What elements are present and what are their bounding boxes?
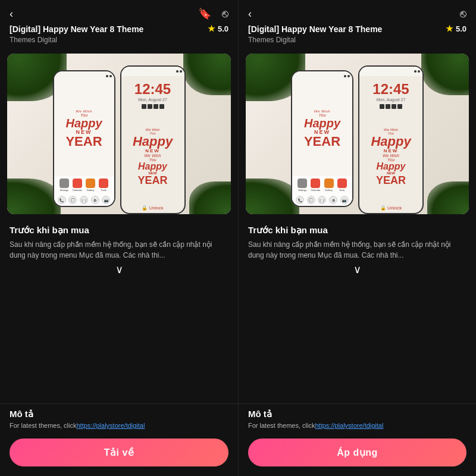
r-lock-dot-2	[418, 70, 420, 73]
action-button-left[interactable]: Tải về	[10, 439, 228, 466]
lock-date-left: Mon, August 27	[138, 98, 167, 102]
lock-date-right: Mon, August 27	[377, 98, 406, 102]
tools-icon	[99, 178, 108, 188]
r-msg-icon: 💬	[307, 196, 315, 204]
top-bar-icons-right: ⎋	[460, 8, 466, 19]
r-tools-app: Tools	[337, 178, 347, 192]
panel-left: ‹ 🔖 ⎋ [Digital] Happy New Year 8 Theme ★…	[0, 0, 238, 476]
lock-year: YEAR	[137, 175, 167, 186]
top-bar-left: ‹ 🔖 ⎋	[0, 0, 238, 24]
mo-ta-link-left[interactable]: https://plalystore/tdigital	[76, 422, 145, 429]
r-lock-dot-1	[414, 70, 416, 73]
status-bar-lock-left	[121, 67, 184, 76]
r-camera-icon: 📷	[340, 196, 349, 204]
lock-icons-row-left	[142, 104, 164, 109]
preview-area-right: We Wish You Happy NEW YEAR Settings	[246, 54, 469, 214]
expand-button-right[interactable]: ∨	[248, 261, 466, 278]
title-row-left: [Digital] Happy New Year 8 Theme ★ 5.0	[0, 24, 238, 36]
r-lock-new: NEW	[384, 148, 399, 154]
r-lock-icon-1	[380, 104, 384, 109]
calendar-icon	[73, 178, 82, 188]
lock-icon-2	[148, 104, 152, 109]
action-btn-container-left: Tải về	[0, 431, 238, 476]
lock-ny-area-right: We Wish You Happy NEW We Wish You Happy …	[371, 110, 411, 203]
star-icon-right: ★	[446, 24, 453, 33]
preview-bg-left: We Wish You Happy NEW YEAR Settings	[7, 54, 231, 214]
bottom-bar-home-right: 📞 💬 ⋮⋮ ⚙ 📷	[292, 194, 352, 206]
status-bar-home-right	[292, 71, 352, 81]
before-buy-body-right: Sau khi nâng cấp phần mềm hệ thống, bạn …	[248, 239, 466, 261]
lock-icon-3	[154, 104, 158, 109]
top-bar-right: ‹ ⎋	[239, 0, 476, 24]
share-button-right[interactable]: ⎋	[460, 8, 466, 19]
rating-right: ★ 5.0	[446, 24, 466, 33]
bottom-bar-home-left: 📞 💬 ⋮⋮ ⚙ 📷	[54, 194, 114, 206]
mo-ta-link-right[interactable]: https://plalystore/tdigital	[315, 422, 383, 429]
status-dot-1	[106, 75, 108, 77]
calendar-app: Calendar	[73, 178, 82, 192]
ny-text-area-home-right: We Wish You Happy NEW YEAR	[292, 81, 352, 176]
home-screen-phone-right: We Wish You Happy NEW YEAR Settings	[291, 70, 353, 207]
r-status-dot-1	[344, 75, 346, 77]
expand-button-left[interactable]: ∨	[10, 261, 228, 278]
app-subtitle-right: Themes Digital	[239, 36, 476, 49]
camera-icon: 📷	[102, 196, 110, 204]
tools-label: Tools	[101, 189, 106, 192]
back-button-right[interactable]: ‹	[248, 8, 252, 19]
rating-left: ★ 5.0	[208, 24, 228, 33]
lock-happy-2: Happy	[138, 162, 167, 171]
action-button-right[interactable]: Áp dụng	[248, 439, 466, 466]
r-lock-happy-2: Happy	[377, 162, 406, 171]
happy-text-home-left: Happy	[65, 117, 102, 129]
r-lock-icon-4	[397, 104, 402, 109]
ny-text-area-home-left: We Wish You Happy NEW YEAR	[54, 81, 114, 176]
r-calendar-label: Calendar	[311, 189, 320, 192]
r-phone-icon: 📞	[296, 196, 304, 204]
share-button-left[interactable]: ⎋	[222, 8, 228, 19]
lock-icon-4	[159, 104, 164, 109]
section-content-right: Trước khi bạn mua Sau khi nâng cấp phần …	[239, 219, 476, 403]
title-row-right: [Digital] Happy New Year 8 Theme ★ 5.0	[239, 24, 476, 36]
rating-value-left: 5.0	[218, 24, 228, 33]
lock-we-wish-2: We Wish	[145, 154, 161, 158]
action-btn-container-right: Áp dụng	[239, 431, 476, 476]
r-tools-label: Tools	[339, 189, 345, 192]
settings-label: Settings	[60, 189, 68, 192]
star-icon-left: ★	[208, 24, 215, 33]
before-buy-heading-left: Trước khi bạn mua	[10, 225, 228, 236]
year-text-home-right: YEAR	[304, 135, 340, 148]
r-gallery-label: Gallery	[325, 189, 333, 192]
lock-happy: Happy	[133, 135, 173, 148]
apps-row-home-right: Settings Calendar Gallery	[292, 176, 352, 194]
bookmark-button-left[interactable]: 🔖	[198, 8, 211, 19]
gallery-icon	[86, 178, 95, 188]
year-text-home-left: YEAR	[65, 135, 102, 148]
lock-screen-right: 12:45 Mon, August 27 We Wish You Happy	[359, 67, 422, 213]
back-button-left[interactable]: ‹	[10, 8, 13, 19]
mo-ta-link-row-right: For latest themes, click https://plalyst…	[248, 422, 466, 429]
app-title-left: [Digital] Happy New Year 8 Theme	[10, 24, 203, 35]
msg-icon: 💬	[68, 196, 77, 204]
preview-bg-right: We Wish You Happy NEW YEAR Settings	[246, 54, 469, 214]
mo-ta-section-left: Mô tả For latest themes, click https://p…	[0, 403, 238, 431]
status-dot-2	[109, 75, 112, 77]
lock-screen-left: 12:45 Mon, August 27 We Wish You Happy	[121, 67, 184, 213]
lock-time-right: 12:45	[372, 81, 409, 98]
r-gear-icon: ⚙	[329, 196, 337, 204]
home-screen-left: We Wish You Happy NEW YEAR Settings	[54, 71, 114, 206]
gallery-label: Gallery	[87, 189, 95, 192]
app-title-right: [Digital] Happy New Year 8 Theme	[248, 24, 441, 35]
settings-icon	[60, 178, 69, 188]
r-grid-icon: ⋮⋮	[318, 196, 326, 204]
lock-time-left: 12:45	[134, 81, 171, 98]
mo-ta-section-right: Mô tả For latest themes, click https://p…	[239, 403, 476, 431]
r-lock-year: YEAR	[376, 175, 406, 186]
settings-app: Settings	[60, 178, 69, 192]
phones-container-right: We Wish You Happy NEW YEAR Settings	[246, 54, 469, 214]
mo-ta-prefix-right: For latest themes, click	[248, 422, 315, 429]
lock-status-dot-1	[176, 70, 178, 73]
r-gallery-icon	[324, 178, 334, 188]
lock-ny-area-left: We Wish You Happy NEW We Wish You Happy …	[133, 110, 173, 203]
gallery-app: Gallery	[86, 178, 95, 192]
before-buy-body-left: Sau khi nâng cấp phần mềm hệ thống, bạn …	[10, 239, 228, 261]
